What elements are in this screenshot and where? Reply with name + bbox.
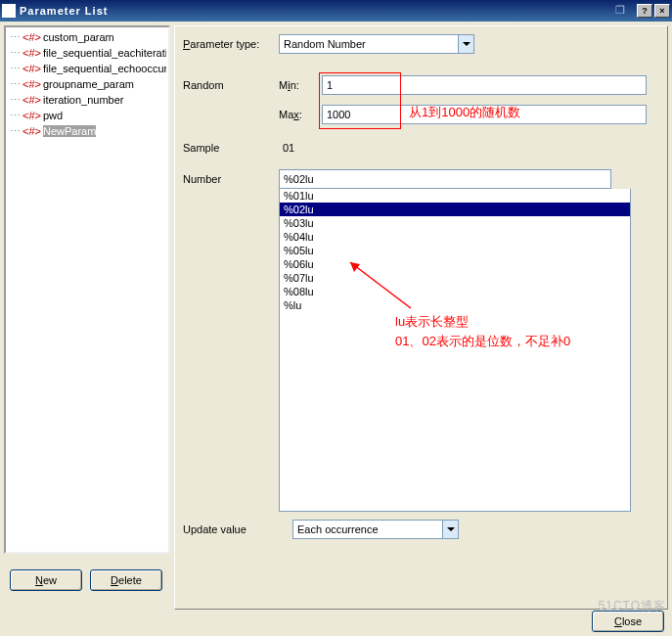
sample-row: Sample 01: [183, 140, 659, 156]
tree-button-bar: New Delete: [10, 569, 162, 591]
number-format-listbox[interactable]: %01lu%02lu%03lu%04lu%05lu%06lu%07lu%08lu…: [279, 189, 631, 512]
close-window-button[interactable]: ×: [654, 4, 670, 18]
list-item[interactable]: %02lu: [280, 203, 630, 216]
random-section-label: Random: [183, 79, 279, 91]
update-value-row: Update value Each occurrence: [183, 520, 659, 539]
tree-item[interactable]: ⋯<#> pwd: [8, 108, 166, 123]
sample-label: Sample: [183, 142, 279, 154]
tree-item[interactable]: ⋯<#> file_sequential_echooccurr: [8, 61, 166, 76]
min-label: Min:: [279, 79, 322, 91]
max-label: Max:: [279, 109, 322, 120]
param-type-label: Parameter type:: [183, 38, 279, 50]
random-min-row: Random Min:: [183, 75, 659, 95]
number-format-input[interactable]: [279, 169, 611, 189]
sample-value: 01: [279, 140, 298, 156]
help-button[interactable]: ?: [637, 4, 652, 18]
tree-item[interactable]: ⋯<#> file_sequential_eachiteration: [8, 45, 166, 61]
titlebar: Parameter List ❐ ? ×: [0, 0, 672, 22]
param-type-row: Parameter type: Random Number: [183, 34, 659, 54]
restore-icon[interactable]: ❐: [615, 4, 631, 18]
list-item[interactable]: %05lu: [280, 244, 630, 257]
list-item[interactable]: %06lu: [280, 257, 630, 271]
param-type-combo[interactable]: Random Number: [279, 34, 474, 54]
list-item[interactable]: %07lu: [280, 271, 630, 285]
tree-item[interactable]: ⋯<#> custom_param: [8, 29, 166, 45]
new-button[interactable]: New: [10, 569, 82, 591]
window-title: Parameter List: [20, 5, 615, 17]
list-item[interactable]: %04lu: [280, 230, 630, 244]
max-input[interactable]: [322, 105, 647, 124]
param-type-value: Random Number: [284, 38, 366, 50]
parameter-detail-panel: Parameter type: Random Number Random Min…: [174, 25, 668, 610]
close-button-bar: Close: [592, 611, 664, 632]
app-icon: [2, 4, 16, 18]
chevron-down-icon[interactable]: [458, 35, 473, 53]
list-item[interactable]: %01lu: [280, 189, 630, 203]
list-item[interactable]: %lu: [280, 298, 630, 312]
number-row: Number %01lu%02lu%03lu%04lu%05lu%06lu%07…: [183, 169, 659, 512]
update-value-value: Each occurrence: [297, 523, 379, 535]
list-item[interactable]: %03lu: [280, 216, 630, 230]
tree-item[interactable]: ⋯<#> iteration_number: [8, 92, 166, 108]
parameter-tree[interactable]: ⋯<#> custom_param⋯<#> file_sequential_ea…: [4, 25, 170, 554]
tree-item[interactable]: ⋯<#> NewParam: [8, 123, 166, 139]
delete-button[interactable]: Delete: [90, 569, 162, 591]
number-label: Number: [183, 169, 279, 185]
list-item[interactable]: %08lu: [280, 285, 630, 298]
update-value-combo[interactable]: Each occurrence: [292, 520, 459, 539]
random-max-row: Max:: [183, 105, 659, 124]
tree-item[interactable]: ⋯<#> groupname_param: [8, 76, 166, 92]
close-button[interactable]: Close: [592, 611, 664, 632]
chevron-down-icon[interactable]: [442, 521, 458, 538]
update-value-label: Update value: [183, 523, 292, 535]
content-area: ⋯<#> custom_param⋯<#> file_sequential_ea…: [0, 22, 672, 613]
min-input[interactable]: [322, 75, 647, 95]
